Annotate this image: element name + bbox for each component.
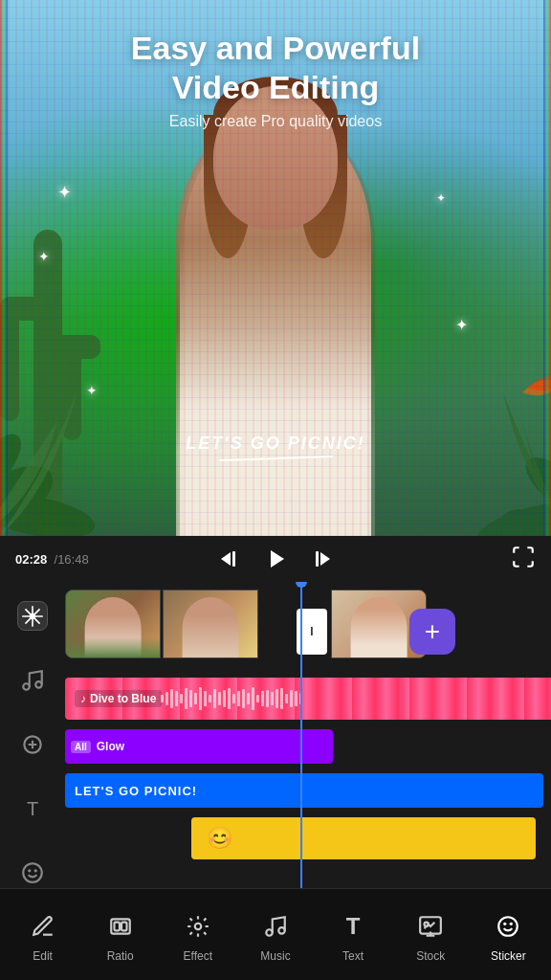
- svg-point-21: [195, 923, 202, 929]
- sticker-tool-icon: [489, 907, 527, 946]
- video-title-overlay: Easy and Powerful Video Editing Easily c…: [0, 29, 551, 130]
- effect-label: Effect: [184, 949, 212, 963]
- tracks-scroll-area[interactable]: I + ♪ Dive to Blue: [65, 582, 551, 888]
- sparkle-5: ✦: [86, 383, 105, 402]
- skip-back-icon: [221, 552, 231, 566]
- sparkle-4: ✦: [436, 191, 455, 211]
- skip-forward-button[interactable]: [316, 551, 330, 567]
- video-thumb-1[interactable]: [65, 590, 161, 658]
- sparkle-2: ✦: [38, 249, 57, 268]
- picnic-text-overlay: LET'S GO PICNIC!: [186, 434, 364, 459]
- video-track[interactable]: I +: [65, 590, 551, 666]
- tracks-content: I + ♪ Dive to Blue: [65, 582, 551, 888]
- toolbar-stock[interactable]: Stock: [402, 900, 459, 970]
- sparkle-1: ✦: [57, 182, 77, 201]
- stock-label: Stock: [416, 949, 445, 963]
- ratio-label: Ratio: [107, 949, 134, 963]
- svg-rect-19: [114, 922, 119, 930]
- music-label: Music: [260, 949, 290, 963]
- glow-effect-track[interactable]: All Glow: [65, 729, 333, 764]
- current-time: 02:28: [15, 552, 47, 567]
- music-icon: [256, 907, 295, 946]
- track-sticker-icon[interactable]: [17, 858, 48, 888]
- timeline-panel: 02:28 /16:48: [0, 536, 551, 980]
- sticker-emoji: 😊: [207, 826, 232, 851]
- svg-rect-20: [121, 922, 126, 930]
- add-clip-button[interactable]: +: [409, 609, 455, 655]
- text-track[interactable]: LET'S GO PICNIC!: [65, 773, 543, 808]
- toolbar-ratio[interactable]: Ratio: [92, 900, 149, 970]
- edit-label: Edit: [33, 949, 53, 963]
- text-track-label: LET'S GO PICNIC!: [75, 784, 197, 798]
- music-track[interactable]: ♪ Dive to Blue: [65, 678, 551, 720]
- track-effect-icon[interactable]: [17, 729, 48, 759]
- tracks-area: T: [0, 582, 551, 888]
- title-line1: Easy and Powerful: [131, 30, 420, 66]
- playback-buttons: [221, 542, 330, 576]
- toolbar-sticker[interactable]: Sticker: [479, 900, 537, 970]
- skip-forward-bar: [316, 551, 319, 567]
- svg-point-12: [23, 683, 30, 690]
- video-subtitle: Easily create Pro quality videos: [0, 113, 551, 130]
- track-text-icon[interactable]: T: [17, 794, 48, 824]
- all-badge: All: [71, 741, 91, 753]
- svg-rect-4: [53, 335, 100, 359]
- toolbar-text[interactable]: T Text: [324, 900, 382, 970]
- play-icon: [271, 550, 284, 568]
- sticker-label: Sticker: [491, 949, 526, 963]
- toolbar-edit[interactable]: Edit: [14, 900, 72, 970]
- edit-icon: [24, 907, 62, 946]
- total-time: /16:48: [51, 552, 89, 567]
- play-button[interactable]: [258, 542, 293, 576]
- text-label: Text: [342, 949, 364, 963]
- skip-back-bar: [232, 551, 235, 567]
- effect-icon: [179, 907, 217, 946]
- text-tool-icon: T: [334, 907, 372, 946]
- track-merge-icon[interactable]: [17, 601, 48, 631]
- skip-forward-icon: [320, 552, 330, 566]
- plant-right: [436, 201, 551, 536]
- thumb-img-2: [164, 590, 257, 657]
- thumb-person-2: [183, 597, 239, 657]
- svg-point-9: [472, 493, 551, 536]
- video-thumb-2[interactable]: [163, 590, 258, 658]
- skip-back-button[interactable]: [221, 551, 235, 567]
- ratio-icon: [101, 907, 140, 946]
- fullscreen-icon: [511, 545, 536, 569]
- track-music-icon[interactable]: [17, 665, 48, 695]
- svg-point-26: [499, 917, 518, 936]
- music-waveform: [65, 678, 551, 720]
- svg-point-23: [278, 927, 285, 934]
- sparkle-3: ✦: [455, 316, 474, 335]
- playhead[interactable]: [300, 582, 302, 888]
- fullscreen-button[interactable]: [511, 545, 536, 574]
- track-icons-column: T: [0, 582, 65, 888]
- bottom-toolbar: Edit Ratio Effect: [0, 888, 551, 980]
- title-line2: Video Editing: [172, 69, 380, 105]
- svg-point-13: [35, 681, 42, 688]
- toolbar-music[interactable]: Music: [247, 900, 304, 970]
- video-preview: ✦ ✦ ✦ ✦ ✦ Easy and Powerful Video Editin…: [0, 0, 551, 536]
- person-figure: [132, 77, 419, 536]
- toolbar-effect[interactable]: Effect: [169, 900, 227, 970]
- glow-label: Glow: [97, 740, 124, 753]
- time-display: 02:28 /16:48: [15, 552, 89, 567]
- thumb-person-3: [351, 597, 408, 657]
- svg-point-11: [30, 612, 36, 619]
- svg-point-22: [266, 929, 273, 936]
- sticker-track[interactable]: 😊: [191, 817, 536, 859]
- svg-rect-2: [0, 297, 53, 321]
- svg-point-15: [23, 864, 42, 883]
- thumb-img-1: [66, 590, 160, 657]
- stock-icon: [411, 907, 450, 946]
- playback-controls-bar: 02:28 /16:48: [0, 536, 551, 582]
